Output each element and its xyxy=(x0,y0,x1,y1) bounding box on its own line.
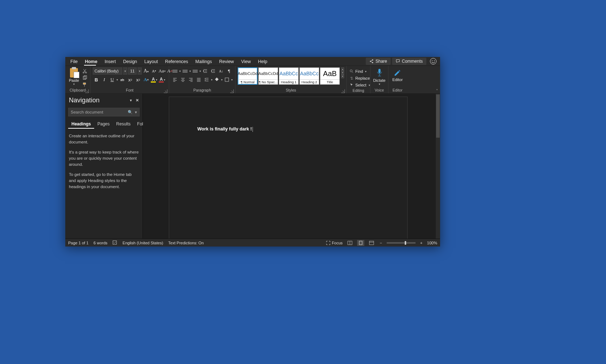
superscript-button[interactable]: x2 xyxy=(135,76,142,83)
style-sample: AaBbCc xyxy=(300,68,319,79)
font-color-button[interactable]: A▾ xyxy=(158,76,166,83)
style-heading-2[interactable]: AaBbCcHeading 2 xyxy=(299,67,319,85)
find-button[interactable]: Find▾ xyxy=(349,68,371,75)
read-mode-button[interactable] xyxy=(346,240,354,246)
editor-button[interactable]: Editor xyxy=(391,67,404,82)
tab-layout[interactable]: Layout xyxy=(141,58,162,65)
document-page[interactable]: Work is finally fully dark ! xyxy=(169,97,408,239)
styles-scroll-up[interactable]: ▴ xyxy=(341,67,344,71)
nav-search-input[interactable]: Search document 🔍 ▾ xyxy=(68,108,140,116)
web-layout-button[interactable] xyxy=(368,240,375,246)
change-case-button[interactable]: Aa▾ xyxy=(158,67,166,75)
underline-button[interactable]: U xyxy=(109,76,116,83)
font-dialog-launcher[interactable]: ↘ xyxy=(164,89,167,93)
tab-review[interactable]: Review xyxy=(215,58,237,65)
status-language[interactable]: English (United States) xyxy=(123,241,163,245)
style-title[interactable]: AaBTitle xyxy=(320,67,340,85)
sort-button[interactable]: A↓ xyxy=(218,67,225,75)
copy-button[interactable] xyxy=(82,75,88,81)
italic-button[interactable]: I xyxy=(101,76,108,83)
strikethrough-button[interactable]: ab xyxy=(119,76,126,83)
print-layout-button[interactable] xyxy=(357,240,364,246)
multilevel-list-button[interactable] xyxy=(192,67,199,75)
tab-references[interactable]: References xyxy=(162,58,192,65)
align-right-button[interactable] xyxy=(187,76,194,83)
replace-button[interactable]: Replace xyxy=(349,75,371,81)
feedback-smile-icon[interactable] xyxy=(430,58,436,65)
font-name-combo[interactable]: Calibri (Body) xyxy=(93,67,122,75)
tab-mailings[interactable]: Mailings xyxy=(192,58,216,65)
subscript-button[interactable]: x2 xyxy=(127,76,134,83)
format-painter-button[interactable] xyxy=(82,82,88,88)
tab-file[interactable]: File xyxy=(67,58,81,65)
styles-dialog-launcher[interactable]: ↘ xyxy=(341,89,345,93)
collapse-ribbon-button[interactable]: ˄ xyxy=(436,89,438,93)
bullets-button[interactable] xyxy=(171,67,179,75)
clipboard-dialog-launcher[interactable]: ↘ xyxy=(85,89,89,93)
nav-dropdown-icon[interactable]: ▾ xyxy=(130,98,132,103)
spellcheck-icon[interactable] xyxy=(113,240,118,246)
font-size-value: 11 xyxy=(130,69,135,73)
paragraph-dialog-launcher[interactable]: ↘ xyxy=(230,89,234,93)
increase-font-button[interactable]: A▴ xyxy=(142,67,150,75)
status-words[interactable]: 6 words xyxy=(93,241,107,245)
status-predictions[interactable]: Text Predictions: On xyxy=(168,241,203,245)
search-icon[interactable]: 🔍 xyxy=(128,110,133,115)
borders-button[interactable] xyxy=(223,76,230,83)
bold-button[interactable]: B xyxy=(93,76,100,83)
line-spacing-button[interactable] xyxy=(203,76,210,83)
shading-button[interactable] xyxy=(213,76,220,83)
font-size-combo[interactable]: 11 xyxy=(128,67,137,75)
main-area: Navigation ▾ ✕ Search document 🔍 ▾ Headi… xyxy=(65,94,440,239)
focus-button[interactable]: Focus xyxy=(326,241,343,245)
styles-scroll[interactable]: ▴ ▾ ▾ xyxy=(341,67,344,78)
highlight-button[interactable]: A▾ xyxy=(150,76,158,83)
align-left-button[interactable] xyxy=(171,76,179,83)
style-heading-1[interactable]: AaBbCcHeading 1 xyxy=(279,67,299,85)
justify-button[interactable] xyxy=(195,76,202,83)
zoom-slider[interactable] xyxy=(387,242,416,244)
vertical-scrollbar[interactable] xyxy=(436,94,440,239)
zoom-in-button[interactable]: + xyxy=(419,241,423,245)
styles-scroll-down[interactable]: ▾ xyxy=(341,71,344,75)
decrease-indent-button[interactable] xyxy=(202,67,209,75)
zoom-value[interactable]: 100% xyxy=(427,241,437,245)
zoom-slider-knob[interactable] xyxy=(405,241,406,245)
font-size-chevron[interactable]: ▾ xyxy=(137,67,142,75)
styles-gallery-expand[interactable]: ▾ xyxy=(341,75,344,78)
paste-label: Paste xyxy=(69,78,79,83)
nav-tab-pages[interactable]: Pages xyxy=(94,120,113,129)
nav-close-button[interactable]: ✕ xyxy=(136,98,139,103)
nav-tab-results[interactable]: Results xyxy=(113,120,134,129)
svg-rect-12 xyxy=(359,241,362,245)
paste-button[interactable]: Paste ▾ xyxy=(67,67,80,86)
tab-view[interactable]: View xyxy=(237,58,254,65)
share-button[interactable]: Share xyxy=(366,58,391,65)
tab-home[interactable]: Home xyxy=(81,58,101,65)
numbering-button[interactable] xyxy=(181,67,189,75)
text-effects-button[interactable]: A▾ xyxy=(142,76,150,83)
nav-tab-headings[interactable]: Headings xyxy=(68,120,94,129)
show-marks-button[interactable]: ¶ xyxy=(225,67,233,75)
tab-insert[interactable]: Insert xyxy=(101,58,119,65)
tab-help[interactable]: Help xyxy=(254,58,271,65)
voice-group-label: Voice xyxy=(375,88,384,92)
align-center-button[interactable] xyxy=(179,76,186,83)
select-button[interactable]: Select▾ xyxy=(349,82,371,88)
increase-indent-button[interactable] xyxy=(210,67,217,75)
tab-design[interactable]: Design xyxy=(119,58,141,65)
cut-button[interactable] xyxy=(82,68,88,74)
comments-button[interactable]: Comments xyxy=(392,58,426,65)
search-options-chevron[interactable]: ▾ xyxy=(135,110,137,115)
zoom-out-button[interactable]: − xyxy=(379,241,383,245)
style--no-spac-[interactable]: AaBbCcDd¶ No Spac... xyxy=(258,67,278,85)
decrease-font-button[interactable]: A▾ xyxy=(150,67,158,75)
group-voice: Dictate ▾ Voice xyxy=(370,66,388,93)
status-page[interactable]: Page 1 of 1 xyxy=(68,241,88,245)
dictate-button[interactable]: Dictate ▾ xyxy=(373,67,386,86)
style--normal[interactable]: AaBbCcDd¶ Normal xyxy=(238,67,258,85)
font-name-chevron[interactable]: ▾ xyxy=(123,67,127,75)
scrollbar-thumb[interactable] xyxy=(436,94,440,138)
document-area[interactable]: Work is finally fully dark ! xyxy=(143,94,440,239)
share-icon xyxy=(369,59,374,63)
